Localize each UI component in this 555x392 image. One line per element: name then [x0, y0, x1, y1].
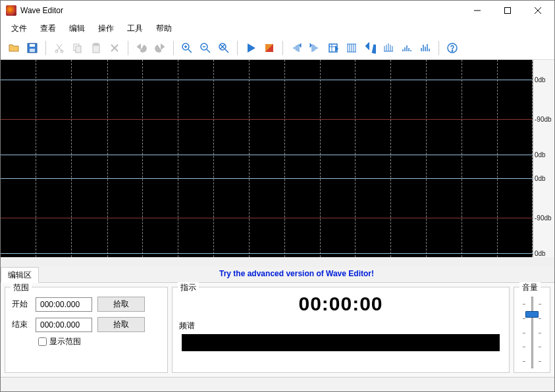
waveform-canvas[interactable] — [1, 60, 533, 257]
svg-rect-1 — [505, 8, 511, 14]
zoom-fit-button[interactable] — [216, 40, 232, 56]
end-input[interactable] — [36, 318, 92, 332]
indicator-title: 指示 — [178, 282, 199, 293]
start-label: 开始 — [12, 299, 30, 310]
toolbar — [1, 36, 554, 60]
window-title: Wave Editor — [20, 6, 63, 15]
spectrum-label: 频谱 — [179, 320, 502, 331]
insert-silence-button[interactable] — [325, 40, 341, 56]
title-bar: Wave Editor — [1, 1, 554, 20]
play-button[interactable] — [243, 40, 259, 56]
db-label-90: -90db — [535, 116, 552, 123]
maximize-button[interactable] — [492, 1, 523, 20]
menu-tools[interactable]: 工具 — [120, 21, 149, 36]
db-scale: 0db -90db 0db 0db -90db 0db — [533, 60, 554, 257]
zoom-in-button[interactable] — [179, 40, 195, 56]
svg-line-20 — [207, 49, 210, 53]
fade-out-button[interactable] — [307, 40, 323, 56]
db-label-90: -90db — [535, 214, 552, 222]
show-range-checkbox[interactable] — [38, 337, 47, 346]
indicator-panel: 指示 00:00:00 频谱 — [172, 287, 510, 373]
svg-rect-5 — [30, 44, 35, 47]
volume-panel: 音量 — [514, 287, 550, 373]
show-range-label: 显示范围 — [49, 336, 81, 347]
time-display: 00:00:00 — [179, 293, 502, 315]
waveform-area: 0db -90db 0db 0db -90db 0db — [1, 60, 554, 267]
svg-line-16 — [188, 49, 192, 53]
promo-link[interactable]: Try the advanced version of Wave Editor! — [39, 267, 554, 282]
range-title: 范围 — [11, 282, 32, 293]
zoom-out-button[interactable] — [198, 40, 213, 56]
equalizer-button[interactable] — [417, 40, 433, 56]
spectrum-display — [182, 334, 500, 351]
close-button[interactable] — [523, 1, 553, 20]
end-label: 结束 — [12, 319, 30, 330]
save-button[interactable] — [24, 40, 40, 56]
pick-start-button[interactable]: 拾取 — [97, 297, 145, 312]
svg-line-23 — [225, 49, 228, 53]
record-button[interactable] — [261, 40, 277, 56]
paste-button[interactable] — [88, 40, 104, 56]
amplify-button[interactable] — [399, 40, 415, 56]
menu-edit[interactable]: 编辑 — [63, 21, 92, 36]
tab-row: 编辑区 Try the advanced version of Wave Edi… — [1, 267, 554, 283]
menu-help[interactable]: 帮助 — [149, 21, 178, 36]
range-panel: 范围 开始 拾取 结束 拾取 显示范围 — [5, 287, 168, 373]
pick-end-button[interactable]: 拾取 — [97, 317, 145, 332]
undo-button[interactable] — [134, 40, 149, 56]
volume-slider[interactable] — [525, 297, 539, 368]
svg-rect-10 — [76, 46, 81, 53]
menu-view[interactable]: 查看 — [34, 21, 63, 36]
start-input[interactable] — [36, 297, 92, 312]
volume-thumb[interactable] — [525, 311, 539, 318]
app-icon — [6, 5, 16, 16]
reverse-button[interactable] — [362, 40, 378, 56]
normalize-button[interactable] — [344, 40, 359, 56]
help-button[interactable] — [444, 40, 460, 56]
db-label-0: 0db — [535, 151, 546, 159]
db-label-0: 0db — [535, 250, 546, 257]
open-button[interactable] — [6, 40, 22, 56]
copy-button[interactable] — [70, 40, 86, 56]
db-label-0: 0db — [535, 76, 546, 84]
svg-rect-12 — [94, 43, 98, 45]
volume-title: 音量 — [519, 282, 541, 293]
db-label-0: 0db — [535, 175, 546, 182]
menu-bar: 文件 查看 编辑 操作 工具 帮助 — [1, 20, 554, 36]
delete-button[interactable] — [107, 40, 122, 56]
fade-in-button[interactable] — [288, 40, 304, 56]
menu-operate[interactable]: 操作 — [92, 21, 120, 36]
cut-button[interactable] — [51, 40, 67, 56]
minimize-button[interactable] — [462, 1, 492, 20]
tab-editor[interactable]: 编辑区 — [1, 267, 39, 283]
invert-button[interactable] — [381, 40, 396, 56]
redo-button[interactable] — [152, 40, 168, 56]
svg-rect-6 — [30, 49, 35, 52]
svg-point-64 — [452, 50, 452, 51]
menu-file[interactable]: 文件 — [5, 21, 34, 36]
status-bar — [1, 377, 554, 391]
bottom-area: 编辑区 Try the advanced version of Wave Edi… — [1, 267, 554, 391]
